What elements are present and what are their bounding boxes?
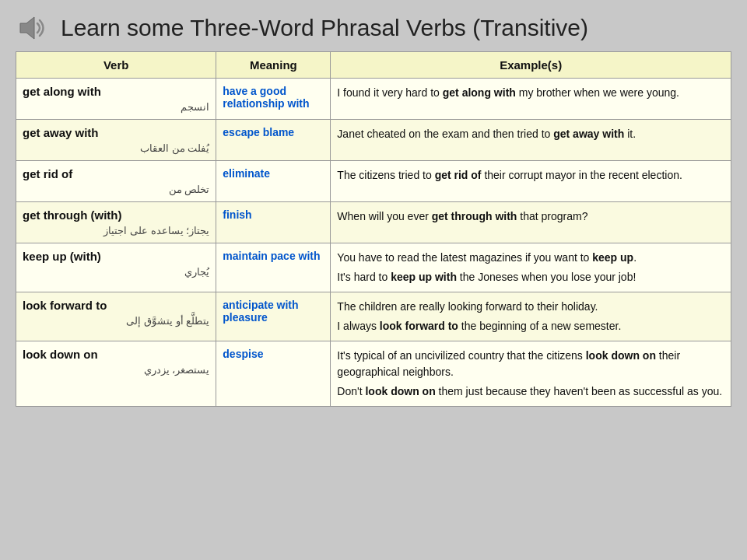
example-cell: Janet cheated on the exam and then tried… [331, 120, 731, 161]
example-cell: The children are really looking forward … [331, 292, 731, 341]
page-title: Learn some Three-Word Phrasal Verbs (Tra… [61, 15, 588, 41]
example-text: You have to read the latest magazines if… [337, 250, 724, 285]
example-cell: You have to read the latest magazines if… [331, 243, 731, 292]
example-cell: The citizens tried to get rid of their c… [331, 161, 731, 202]
header-verb: Verb [16, 52, 216, 79]
meaning-text: maintain pace with [223, 250, 320, 262]
example-text: The children are really looking forward … [337, 299, 724, 334]
example-text: The citizens tried to get rid of their c… [337, 167, 724, 184]
example-text: Janet cheated on the exam and then tried… [337, 126, 724, 142]
meaning-text: escape blame [223, 126, 294, 138]
verb-cell: get along withانسجم [16, 79, 216, 120]
example-text: When will you ever get through with that… [337, 208, 724, 225]
verb-arabic: يستصغر، يزدري [23, 364, 209, 376]
verb-arabic: يُفلت من العقاب [23, 142, 209, 154]
meaning-cell: escape blame [216, 120, 331, 161]
verb-english: get rid of [23, 167, 209, 180]
table-row: get along withانسجمhave a good relations… [16, 79, 731, 120]
verb-cell: get rid ofتخلص من [16, 161, 216, 202]
meaning-text: eliminate [223, 167, 270, 180]
verb-english: keep up (with) [23, 250, 209, 263]
verb-cell: get away withيُفلت من العقاب [16, 120, 216, 161]
meaning-text: finish [223, 208, 251, 221]
speaker-icon [16, 11, 50, 45]
verb-cell: look forward toيتطلَّع أو يتشوَّق إلى [16, 292, 216, 341]
header-example: Example(s) [331, 52, 731, 79]
verb-cell: keep up (with)يُجاري [16, 243, 216, 292]
example-cell: When will you ever get through with that… [331, 202, 731, 243]
table-container: Verb Meaning Example(s) get along withان… [16, 51, 731, 407]
verb-english: get away with [23, 126, 209, 139]
header-meaning: Meaning [216, 52, 331, 79]
meaning-text: despise [223, 348, 263, 360]
svg-marker-0 [20, 17, 34, 39]
table-row: keep up (with)يُجاريmaintain pace withYo… [16, 243, 731, 292]
verb-arabic: تخلص من [23, 184, 209, 195]
verb-arabic: انسجم [23, 101, 209, 113]
meaning-text: anticipate with pleasure [223, 299, 298, 324]
table-row: get through (with)يجتاز؛ يساعده على اجتي… [16, 202, 731, 243]
verb-arabic: يُجاري [23, 266, 209, 278]
verb-arabic: يجتاز؛ يساعده على اجتياز [23, 225, 209, 236]
example-text: It's typical of an uncivilized country t… [337, 348, 724, 400]
example-text: I found it very hard to get along with m… [337, 85, 724, 101]
meaning-cell: eliminate [216, 161, 331, 202]
table-row: look forward toيتطلَّع أو يتشوَّق إلىant… [16, 292, 731, 341]
meaning-cell: have a good relationship with [216, 79, 331, 120]
header-area: Learn some Three-Word Phrasal Verbs (Tra… [0, 0, 747, 51]
table-row: get away withيُفلت من العقابescape blame… [16, 120, 731, 161]
meaning-cell: maintain pace with [216, 243, 331, 292]
table-row: get rid ofتخلص منeliminateThe citizens t… [16, 161, 731, 202]
verb-cell: look down onيستصغر، يزدري [16, 341, 216, 407]
verb-english: get along with [23, 85, 209, 98]
verb-arabic: يتطلَّع أو يتشوَّق إلى [23, 315, 209, 327]
phrasal-verbs-table: Verb Meaning Example(s) get along withان… [16, 51, 731, 407]
meaning-cell: finish [216, 202, 331, 243]
meaning-text: have a good relationship with [223, 85, 309, 110]
meaning-cell: anticipate with pleasure [216, 292, 331, 341]
meaning-cell: despise [216, 341, 331, 407]
example-cell: It's typical of an uncivilized country t… [331, 341, 731, 407]
table-header-row: Verb Meaning Example(s) [16, 52, 731, 79]
verb-english: get through (with) [23, 208, 209, 222]
table-row: look down onيستصغر، يزدريdespiseIt's typ… [16, 341, 731, 407]
verb-english: look forward to [23, 299, 209, 312]
example-cell: I found it very hard to get along with m… [331, 79, 731, 120]
verb-english: look down on [23, 348, 209, 361]
verb-cell: get through (with)يجتاز؛ يساعده على اجتي… [16, 202, 216, 243]
